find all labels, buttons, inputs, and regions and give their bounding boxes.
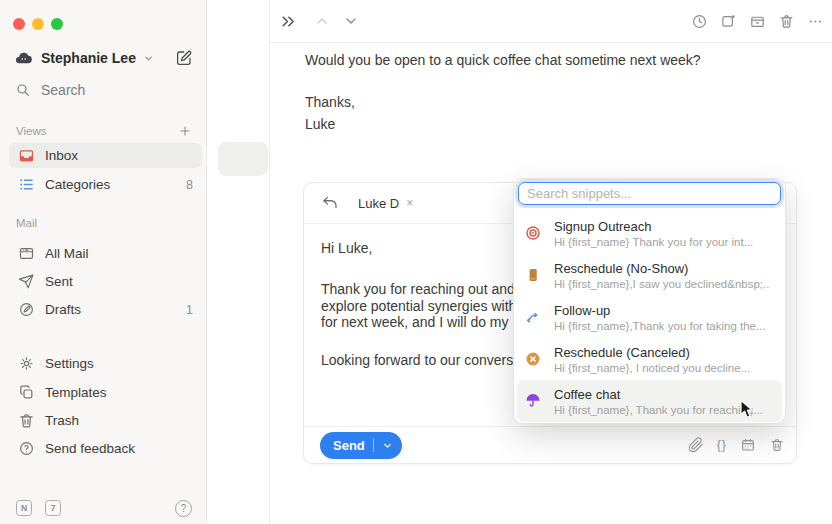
calendar-badge-icon[interactable]: 7 xyxy=(45,500,61,516)
email-body-line: Thanks, xyxy=(305,94,701,110)
snippet-title: Follow-up xyxy=(554,303,766,318)
calendar-icon[interactable] xyxy=(740,437,756,453)
snippet-title: Signup Outreach xyxy=(554,219,753,234)
sidebar-item-all-mail[interactable]: All Mail xyxy=(9,241,202,266)
categories-count: 8 xyxy=(186,178,193,192)
collapse-sidebar-icon[interactable] xyxy=(280,13,297,30)
sidebar-item-trash[interactable]: Trash xyxy=(9,408,202,433)
search-icon xyxy=(15,82,31,98)
add-view-plus-icon[interactable] xyxy=(178,124,192,138)
minimize-window-button[interactable] xyxy=(32,18,44,30)
composer-footer-icons: {} xyxy=(688,437,785,453)
sidebar-item-inbox[interactable]: Inbox xyxy=(9,143,202,168)
trash-icon xyxy=(18,412,35,429)
sidebar-item-settings[interactable]: Settings xyxy=(9,351,202,376)
gear-icon xyxy=(18,355,35,372)
user-name: Stephanie Lee xyxy=(41,50,136,66)
delete-draft-icon[interactable] xyxy=(769,437,785,453)
reply-icon xyxy=(321,194,339,212)
mail-section-title: Mail xyxy=(16,217,37,229)
send-split-divider xyxy=(373,438,374,452)
snippet-list: Signup Outreach Hi {first_name} Thank yo… xyxy=(514,212,785,422)
reading-pane: Would you be open to a quick coffee chat… xyxy=(270,0,832,524)
snippet-item-coffee-chat[interactable]: Coffee chat Hi {first_name}, Thank you f… xyxy=(517,380,782,422)
views-section-header: Views xyxy=(16,124,192,138)
snippet-item-reschedule-no-show[interactable]: Reschedule (No-Show) Hi {first_name},I s… xyxy=(514,254,785,296)
snippet-subtitle: Hi {first_name},Thank you for taking the… xyxy=(554,320,766,332)
send-label: Send xyxy=(333,438,365,453)
search-button[interactable]: Search xyxy=(15,82,85,98)
recipient-chip[interactable]: Luke D × xyxy=(358,196,413,211)
account-switcher[interactable]: Stephanie Lee xyxy=(14,47,193,69)
swap-arrows-icon xyxy=(524,308,542,326)
remove-recipient-icon[interactable]: × xyxy=(406,196,413,210)
email-body-line: Luke xyxy=(305,116,701,132)
snippet-title: Reschedule (No-Show) xyxy=(554,261,769,276)
snippet-title: Reschedule (Canceled) xyxy=(554,345,750,360)
notion-badge-icon[interactable]: N xyxy=(16,500,32,516)
email-body-line: Would you be open to a quick coffee chat… xyxy=(305,52,701,68)
send-options-chevron-icon[interactable] xyxy=(382,440,393,451)
sidebar-item-label: Trash xyxy=(45,413,79,428)
sidebar-item-label: All Mail xyxy=(45,246,89,261)
sidebar-item-label: Settings xyxy=(45,356,94,371)
draft-pencil-icon xyxy=(18,301,35,318)
send-button[interactable]: Send xyxy=(320,432,402,459)
search-label: Search xyxy=(41,82,85,98)
open-new-icon[interactable] xyxy=(720,13,737,30)
compose-icon[interactable] xyxy=(175,49,193,67)
drafts-count: 1 xyxy=(186,303,193,317)
sidebar-item-label: Drafts xyxy=(45,302,81,317)
mail-section-header: Mail xyxy=(16,217,192,229)
main-toolbar xyxy=(270,0,832,43)
chevron-down-icon xyxy=(143,53,154,64)
snippet-item-follow-up[interactable]: Follow-up Hi {first_name},Thank you for … xyxy=(514,296,785,338)
sidebar-bottom-bar: N 7 ? xyxy=(16,499,192,517)
snippet-subtitle: Hi {first_name}, I noticed you decline..… xyxy=(554,362,750,374)
sidebar-item-categories[interactable]: Categories 8 xyxy=(9,172,202,197)
thread-list-pane xyxy=(207,0,270,524)
sidebar-item-label: Categories xyxy=(45,177,110,192)
close-window-button[interactable] xyxy=(13,18,25,30)
snippets-popup: Signup Outreach Hi {first_name} Thank yo… xyxy=(513,178,786,424)
target-icon xyxy=(524,224,542,242)
sidebar-item-templates[interactable]: Templates xyxy=(9,380,202,405)
snippet-subtitle: Hi {first_name},I saw you declined&nbsp;… xyxy=(554,278,769,290)
snippet-search-input[interactable] xyxy=(518,182,781,205)
help-circle-icon[interactable]: ? xyxy=(175,500,192,517)
sidebar-item-sent[interactable]: Sent xyxy=(9,269,202,294)
composer-footer: Send {} xyxy=(304,426,796,463)
snippet-item-signup-outreach[interactable]: Signup Outreach Hi {first_name} Thank yo… xyxy=(514,212,785,254)
previous-email-icon[interactable] xyxy=(314,13,330,29)
avatar xyxy=(14,49,33,68)
sidebar-item-label: Sent xyxy=(45,274,73,289)
snippet-subtitle: Hi {first_name}, Thank you for reaching.… xyxy=(554,404,763,416)
trash-icon[interactable] xyxy=(778,13,795,30)
paper-plane-icon xyxy=(18,273,35,290)
app-window: Stephanie Lee Search Views Inbox xyxy=(0,0,832,524)
notebook-icon xyxy=(524,266,542,284)
sidebar-item-label: Send feedback xyxy=(45,441,135,456)
toolbar-left xyxy=(280,0,359,42)
variables-braces-icon[interactable]: {} xyxy=(717,438,727,452)
more-options-icon[interactable] xyxy=(807,13,824,30)
umbrella-icon xyxy=(524,392,542,410)
zoom-window-button[interactable] xyxy=(51,18,63,30)
list-item-placeholder[interactable] xyxy=(218,142,268,176)
snippet-item-reschedule-canceled[interactable]: Reschedule (Canceled) Hi {first_name}, I… xyxy=(514,338,785,380)
recipient-name: Luke D xyxy=(358,196,399,211)
next-email-icon[interactable] xyxy=(343,13,359,29)
snooze-clock-icon[interactable] xyxy=(691,13,708,30)
archive-icon[interactable] xyxy=(749,13,766,30)
sidebar-item-send-feedback[interactable]: Send feedback xyxy=(9,436,202,461)
email-body: Would you be open to a quick coffee chat… xyxy=(305,52,701,132)
sidebar-item-drafts[interactable]: Drafts 1 xyxy=(9,297,202,322)
sidebar: Stephanie Lee Search Views Inbox xyxy=(0,0,207,524)
views-section-title: Views xyxy=(16,125,46,137)
categories-icon xyxy=(18,176,35,193)
mail-tray-icon xyxy=(18,245,35,262)
window-controls xyxy=(13,18,63,30)
paperclip-icon[interactable] xyxy=(688,437,704,453)
templates-icon xyxy=(18,384,35,401)
cancel-circle-icon xyxy=(524,350,542,368)
